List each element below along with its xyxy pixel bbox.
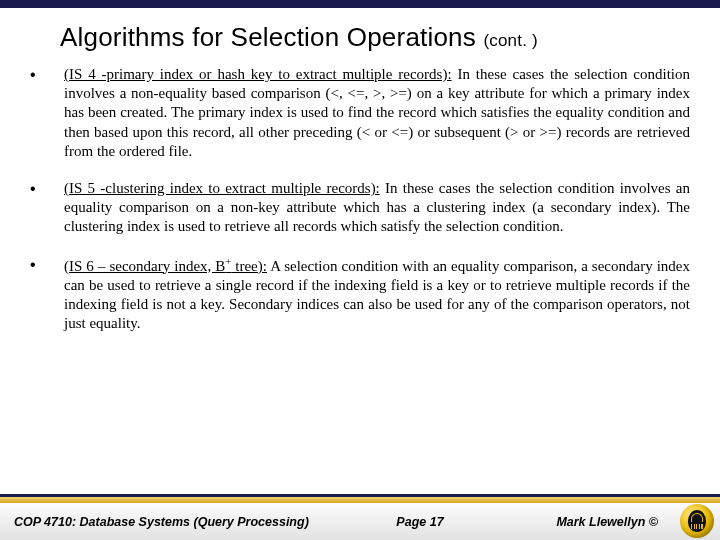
bullet-marker: • — [30, 255, 64, 274]
title-main: Algorithms for Selection Operations — [60, 22, 483, 52]
content-area: • (IS 4 -primary index or hash key to ex… — [0, 65, 720, 333]
top-accent-bar — [0, 0, 720, 8]
bullet-head: (IS 5 -clustering index to extract multi… — [64, 180, 380, 196]
ucf-logo-icon — [680, 504, 714, 538]
footer: COP 4710: Database Systems (Query Proces… — [0, 494, 720, 540]
title-area: Algorithms for Selection Operations (con… — [0, 8, 720, 65]
bullet-marker: • — [30, 179, 64, 198]
bullet-text: (IS 5 -clustering index to extract multi… — [64, 179, 690, 237]
bullet-text: (IS 6 – secondary index, B+ tree): A sel… — [64, 255, 690, 334]
bullet-item: • (IS 4 -primary index or hash key to ex… — [30, 65, 690, 161]
bullet-marker: • — [30, 65, 64, 84]
bullet-head: (IS 6 – secondary index, B+ tree): — [64, 258, 267, 274]
slide-title: Algorithms for Selection Operations (con… — [60, 22, 690, 53]
footer-page: Page 17 — [120, 515, 720, 529]
bullet-text: (IS 4 -primary index or hash key to extr… — [64, 65, 690, 161]
bullet-item: • (IS 5 -clustering index to extract mul… — [30, 179, 690, 237]
bullet-item: • (IS 6 – secondary index, B+ tree): A s… — [30, 255, 690, 334]
title-suffix: (cont. ) — [483, 31, 538, 50]
footer-bar: COP 4710: Database Systems (Query Proces… — [0, 503, 720, 540]
bullet-head: (IS 4 -primary index or hash key to extr… — [64, 66, 452, 82]
